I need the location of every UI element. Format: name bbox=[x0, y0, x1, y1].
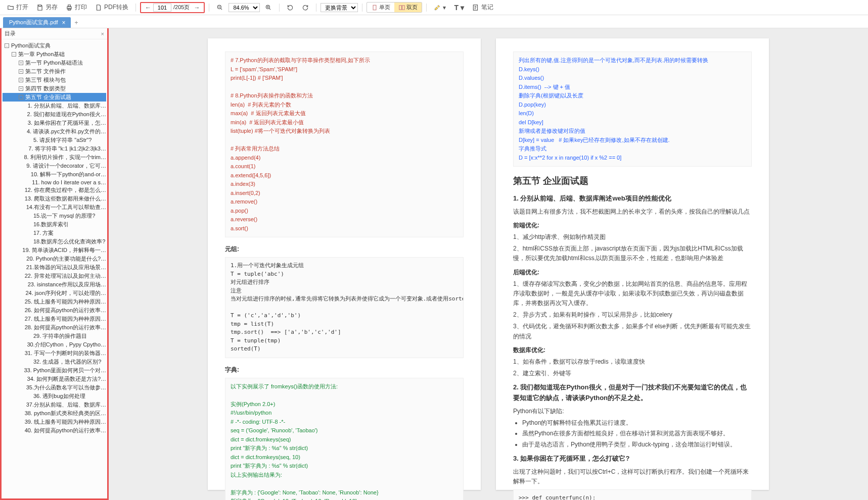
outline-question[interactable]: 13. 爬取这些数据都用来做什么… bbox=[3, 194, 106, 203]
tree-twisty-icon[interactable]: + bbox=[19, 86, 23, 91]
outline-question[interactable]: 28. 如何提高python的运行效率… bbox=[3, 323, 106, 332]
outline-question[interactable]: 23. isinstance作用以及应用场… bbox=[3, 280, 106, 289]
double-page-button[interactable]: 双页 bbox=[394, 3, 422, 12]
outline-label: 28. 如何提高python的运行效率… bbox=[25, 324, 106, 331]
q1-fe-header: 前端优化: bbox=[513, 221, 752, 230]
outline-question[interactable]: 29. 字符串的操作题目 bbox=[3, 332, 106, 340]
prev-page-button[interactable]: ← bbox=[143, 4, 153, 11]
outline-question[interactable]: 16.数据库索引 bbox=[3, 220, 106, 229]
print-icon bbox=[66, 4, 73, 11]
outline-question[interactable]: 26. 如何提高python的运行效率… bbox=[3, 306, 106, 315]
outline-question[interactable]: 3. 如果你困在了死循环里，怎… bbox=[3, 119, 106, 127]
outline-section[interactable]: -第五节 企业面试题 bbox=[3, 93, 106, 102]
q1-intro: 该题目网上有很多方法，我不想截图网上的长串文字，看的头疼，按我自己的理解说几点 bbox=[513, 207, 752, 217]
outline-question[interactable]: 17. 方案 bbox=[3, 229, 106, 237]
next-page-button[interactable]: → bbox=[192, 4, 202, 11]
outline-label: 11. how do I iterate over a s… bbox=[32, 179, 106, 185]
change-bg-select[interactable]: 更换背景 bbox=[321, 3, 358, 12]
rotate-right-button[interactable] bbox=[299, 3, 312, 12]
outline-question[interactable]: 20. Python的主要功能是什么?… bbox=[3, 255, 106, 263]
outline-question[interactable]: 24. json序列化时，可以处理的… bbox=[3, 289, 106, 297]
print-button[interactable]: 打印 bbox=[63, 2, 90, 13]
outline-question[interactable]: 18.数据库怎么优化查询效率? bbox=[3, 237, 106, 246]
outline-question[interactable]: 10. 解释一下python的and-or… bbox=[3, 170, 106, 179]
outline-question[interactable]: 9. 请设计一个decorator，它可… bbox=[3, 162, 106, 170]
outline-label: 3. 如果你困在了死循环里，怎… bbox=[28, 119, 106, 127]
file-tab[interactable]: Python面试宝典.pdf × bbox=[3, 17, 71, 28]
outline-question[interactable]: 7. 将字符串 "k:1 |k1:2|k2:3|k3… bbox=[3, 144, 106, 153]
outline-question[interactable]: 34. 如何判断是函数还是方法?… bbox=[3, 375, 106, 383]
outline-question[interactable]: 36. 遇到bug如何处理 bbox=[3, 392, 106, 401]
outline-question[interactable]: 35.为什么函数名字可以当做参… bbox=[3, 383, 106, 392]
page-total-label: /205页 bbox=[173, 4, 190, 11]
outline-question[interactable]: 11. how do I iterate over a s… bbox=[3, 179, 106, 186]
rotate-left-icon bbox=[287, 4, 294, 11]
outline-question[interactable]: 2. 我们都知道现在Python很火… bbox=[3, 110, 106, 119]
zoom-out-icon bbox=[216, 4, 223, 11]
text-tool-button[interactable]: T ▾ bbox=[451, 3, 467, 13]
outline-question[interactable]: 1. 分别从前端、后端、数据库… bbox=[3, 102, 106, 110]
pdf-convert-button[interactable]: PDF转换 bbox=[92, 2, 131, 13]
outline-question[interactable]: 39. 线上服务可能因为种种原因… bbox=[3, 418, 106, 426]
outline-question[interactable]: 37.分别从前端、后端、数据库… bbox=[3, 401, 106, 409]
single-page-icon bbox=[371, 4, 378, 11]
page-current-input[interactable] bbox=[153, 4, 171, 12]
tree-twisty-icon[interactable]: + bbox=[19, 69, 23, 74]
outline-question[interactable]: 8. 利用切片操作，实现一个trim… bbox=[3, 153, 106, 162]
outline-question[interactable]: 5. 请反转字符串 "aStr"? bbox=[3, 136, 106, 144]
q2-intro: Python有以下缺陷: bbox=[513, 407, 752, 416]
outline-question[interactable]: 12. 你在爬虫过程中，都是怎么… bbox=[3, 186, 106, 194]
tree-twisty-icon[interactable]: - bbox=[5, 43, 9, 48]
note-button[interactable]: 笔记 bbox=[469, 2, 496, 13]
outline-question[interactable]: 33. Python里面如何拷贝一个对… bbox=[3, 366, 106, 375]
rotate-left-button[interactable] bbox=[284, 3, 297, 12]
page-left: # 7.Python的列表的截取与字符串操作类型相同,如下所示 L = ['sp… bbox=[208, 38, 481, 490]
open-button[interactable]: 打开 bbox=[4, 2, 31, 13]
zoom-out-button[interactable] bbox=[213, 3, 226, 12]
outline-label: 34. 如何判断是函数还是方法?… bbox=[27, 375, 106, 383]
outline-chapter[interactable]: -第一章 Python基础 bbox=[3, 50, 106, 59]
outline-section[interactable]: +第四节 数据类型 bbox=[3, 84, 106, 93]
outline-label: 8. 利用切片操作，实现一个trim… bbox=[24, 154, 106, 161]
outline-question[interactable]: 15.说一下 mysql 的原理? bbox=[3, 212, 106, 220]
close-outline-icon[interactable]: × bbox=[101, 31, 104, 37]
tree-twisty-icon[interactable]: - bbox=[19, 95, 23, 99]
outline-label: 24. json序列化时，可以处理的… bbox=[25, 289, 106, 297]
outline-question[interactable]: 32. 生成器，迭代器的区别? bbox=[3, 358, 106, 366]
outline-question[interactable]: 27. 线上服务可能因为种种原因… bbox=[3, 315, 106, 323]
outline-section[interactable]: +第二节 文件操作 bbox=[3, 67, 106, 76]
close-tab-icon[interactable]: × bbox=[62, 19, 66, 26]
tree-twisty-icon[interactable]: - bbox=[12, 52, 16, 57]
outline-label: 40. 如何提高python的运行效率… bbox=[25, 427, 106, 434]
outline-tree[interactable]: -Python面试宝典-第一章 Python基础+第一节 Python基础语法+… bbox=[2, 39, 107, 498]
outline-question[interactable]: 38. python新式类和经典类的区… bbox=[3, 409, 106, 418]
outline-label: 23. isinstance作用以及应用场… bbox=[28, 281, 106, 288]
save-button[interactable]: 另存 bbox=[33, 2, 61, 13]
highlight-button[interactable]: ▾ bbox=[431, 3, 449, 12]
zoom-in-button[interactable] bbox=[262, 3, 275, 12]
single-page-button[interactable]: 单页 bbox=[367, 3, 394, 12]
q1-title: 1. 分别从前端、后端、数据库阐述web项目的性能优化 bbox=[513, 193, 752, 204]
outline-section[interactable]: +第一节 Python基础语法 bbox=[3, 59, 106, 67]
outline-question[interactable]: 22. 异常处理写法以及如何主动… bbox=[3, 272, 106, 280]
outline-question[interactable]: 4. 请谈谈.pyc文件和.py文件的… bbox=[3, 127, 106, 136]
outline-question[interactable]: 40. 如何提高python的运行效率… bbox=[3, 426, 106, 435]
outline-section[interactable]: +第三节 模块与包 bbox=[3, 76, 106, 84]
outline-label: 第五节 企业面试题 bbox=[25, 93, 71, 101]
save-icon bbox=[36, 4, 43, 11]
file-tab-label: Python面试宝典.pdf bbox=[9, 19, 58, 26]
outline-question[interactable]: 31. 手写一个判断时间的装饰器… bbox=[3, 349, 106, 358]
tree-twisty-icon[interactable]: + bbox=[19, 78, 23, 82]
outline-question[interactable]: 19. 简单谈谈ACID，并解释每一… bbox=[3, 246, 106, 255]
document-viewer[interactable]: # 7.Python的列表的截取与字符串操作类型相同,如下所示 L = ['sp… bbox=[109, 28, 868, 500]
tree-twisty-icon[interactable]: + bbox=[19, 61, 23, 65]
outline-root[interactable]: -Python面试宝典 bbox=[3, 41, 106, 50]
add-tab-button[interactable]: + bbox=[71, 18, 82, 28]
zoom-select[interactable]: 84.6% bbox=[229, 3, 260, 12]
outline-question[interactable]: 21.装饰器的写法以及应用场景… bbox=[3, 263, 106, 272]
tuple-heading: 元组: bbox=[225, 244, 464, 254]
outline-question[interactable]: 30.介绍Cython，Pypy Cpytho… bbox=[3, 340, 106, 349]
outline-label: 16.数据库索引 bbox=[33, 221, 69, 228]
outline-question[interactable]: 14.有没有一个工具可以帮助查… bbox=[3, 203, 106, 212]
outline-question[interactable]: 25. 线上服务可能因为种种原因… bbox=[3, 297, 106, 306]
